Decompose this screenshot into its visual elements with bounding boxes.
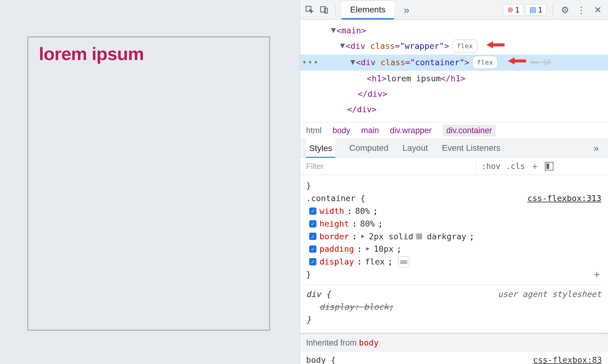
tabs-overflow-icon[interactable]: » [398,4,415,16]
decl-checkbox[interactable]: ✓ [309,258,316,265]
css-declaration[interactable]: ✓display: flex;▥▥ [306,255,602,268]
toolbar-separator [335,4,336,15]
decl-checkbox[interactable]: ✓ [309,233,316,240]
styles-filter-row: :hov .cls ＋ [300,158,608,175]
css-declaration[interactable]: ✓padding:▶10px; [306,243,602,255]
color-swatch[interactable] [416,234,422,239]
message-icon: ▤ [529,5,536,14]
devtools-panel: Elements » ⊗ 1 ▤ 1 ⚙ ⋮ ✕ ▼<main> ▼<div c… [300,0,608,364]
css-declaration[interactable]: ✓border:▶2px solid darkgray; [306,230,602,243]
rule-selector[interactable]: .container { [306,192,365,205]
cls-button[interactable]: .cls [506,162,525,171]
flex-editor-icon[interactable]: ▥▥ [398,256,409,267]
close-icon[interactable]: ✕ [592,5,604,15]
decl-checkbox[interactable]: ✓ [309,245,316,253]
arrow-annotation-icon [486,39,505,54]
css-declaration[interactable]: ✓width: 80%; [306,205,602,217]
errors-count: 1 [515,5,519,15]
breadcrumb-item[interactable]: main [361,126,379,135]
messages-badge[interactable]: ▤ 1 [525,4,546,15]
decl-checkbox[interactable]: ✓ [309,207,316,215]
settings-icon[interactable]: ⚙ [559,5,571,15]
inherited-header: Inherited from body [300,333,608,352]
styles-subtabs: Styles Computed Layout Event Listeners » [300,139,608,158]
svg-marker-3 [486,41,505,49]
arrow-annotation-icon [508,55,526,70]
css-rule-container[interactable]: } .container { css-flexbox:313 ✓width: 8… [306,178,602,285]
hov-button[interactable]: :hov [481,162,501,171]
dom-node-h1[interactable]: <h1>lorem ipsum</h1> [300,71,608,86]
css-rule-div-ua[interactable]: div { user agent stylesheet display: blo… [306,288,602,330]
subtab-layout[interactable]: Layout [402,143,428,153]
dom-node-main[interactable]: ▼<main> [300,23,608,38]
errors-badge[interactable]: ⊗ 1 [503,4,523,15]
breadcrumb-item[interactable]: body [333,126,350,135]
devtools-toolbar: Elements » ⊗ 1 ▤ 1 ⚙ ⋮ ✕ [300,0,608,20]
styles-pane: } .container { css-flexbox:313 ✓width: 8… [300,175,608,364]
console-ref: == $0 [530,58,551,66]
dom-tree[interactable]: ▼<main> ▼<div class="wrapper">flex •••▼<… [300,20,608,122]
new-rule-button[interactable]: ＋ [530,160,539,173]
tab-elements[interactable]: Elements [342,0,394,19]
dom-node-div-close[interactable]: </div> [300,86,608,102]
breadcrumb: html body main div.wrapper div.container [300,122,608,139]
dom-actions-icon[interactable]: ••• [302,55,319,71]
subtabs-overflow-icon[interactable]: » [593,143,599,154]
expand-icon[interactable]: ▶ [366,244,370,253]
svg-rect-1 [321,7,326,12]
toggle-sidebar-icon[interactable] [545,162,553,170]
dom-node-div-close[interactable]: </div> [300,102,608,117]
rule-selector: div { [306,288,331,301]
kebab-menu-icon[interactable]: ⋮ [575,5,587,15]
breadcrumb-item-current[interactable]: div.container [443,125,496,136]
inspect-icon[interactable] [304,5,315,15]
rendered-page: lorem ipsum [0,0,300,364]
breadcrumb-item[interactable]: div.wrapper [390,126,432,135]
svg-marker-4 [508,57,526,65]
rule-source-link[interactable]: css-flexbox:83 [533,354,602,364]
page-heading: lorem ipsum [39,43,258,64]
container-box: lorem ipsum [27,36,270,331]
subtab-computed[interactable]: Computed [349,143,388,153]
dom-node-container[interactable]: •••▼<div class="container">flex== $0 [300,55,608,71]
messages-count: 1 [538,5,542,15]
rule-source-ua: user agent stylesheet [498,288,601,301]
subtab-event-listeners[interactable]: Event Listeners [442,143,501,153]
expand-icon[interactable]: ▶ [361,232,365,240]
overridden-declaration: display: block; [319,302,394,312]
css-rule-body-peek[interactable]: body { css-flexbox:83 [306,352,602,364]
flex-badge[interactable]: flex [452,39,477,53]
decl-checkbox[interactable]: ✓ [309,220,316,228]
device-toggle-icon[interactable] [319,5,329,15]
error-icon: ⊗ [507,5,513,14]
subtab-styles[interactable]: Styles [306,139,335,158]
breadcrumb-item[interactable]: html [306,126,322,135]
styles-filter-input[interactable] [306,158,476,175]
rule-source-link[interactable]: css-flexbox:313 [527,192,601,205]
add-declaration-button[interactable]: ＋ [592,266,602,282]
dom-node-wrapper[interactable]: ▼<div class="wrapper">flex [300,38,608,54]
css-declaration[interactable]: ✓height: 80%; [306,217,602,230]
flex-badge[interactable]: flex [472,56,498,69]
toolbar-separator [552,4,553,15]
